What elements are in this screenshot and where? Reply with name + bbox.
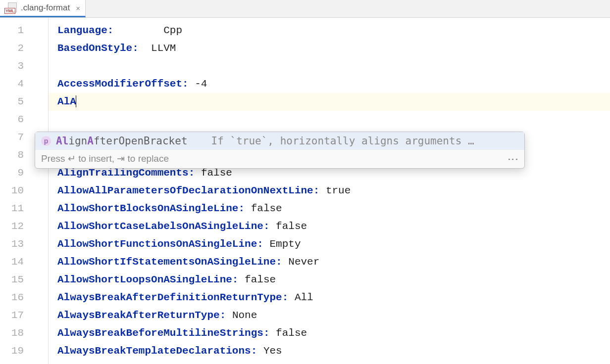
hint-text: to insert, <box>76 153 117 164</box>
code-editor[interactable]: 1 2 3 4 5 6 7 8 9 10 11 12 13 14 15 16 1… <box>0 18 610 364</box>
yaml-file-icon: YML <box>5 2 17 13</box>
autocomplete-item-doc: If `true`, horizontally aligns arguments… <box>211 135 518 147</box>
autocomplete-item[interactable]: p AlignAfterOpenBracket If `true`, horiz… <box>35 132 524 150</box>
line-number: 10 <box>0 182 24 200</box>
fold-margin <box>34 18 49 364</box>
line-number: 18 <box>0 324 24 342</box>
line-number: 19 <box>0 342 24 360</box>
tab-filename: .clang-format <box>21 3 70 13</box>
line-number: 13 <box>0 235 24 253</box>
code-line[interactable]: AccessModifierOffset: -4 <box>57 75 610 93</box>
autocomplete-item-name: AlignAfterOpenBracket <box>56 135 188 147</box>
line-number: 5 <box>0 93 24 111</box>
code-line[interactable] <box>57 111 610 129</box>
text-caret <box>76 95 76 107</box>
autocomplete-popup: p AlignAfterOpenBracket If `true`, horiz… <box>35 132 525 169</box>
line-number: 2 <box>0 40 24 57</box>
hint-text: Press <box>41 153 68 164</box>
autocomplete-hint: Press ↵ to insert, ⇥ to replace ⋮ <box>35 150 524 168</box>
code-line[interactable] <box>57 57 610 75</box>
line-number: 8 <box>0 146 24 164</box>
line-number: 11 <box>0 200 24 218</box>
line-number: 1 <box>0 22 24 40</box>
hint-text: to replace <box>125 153 169 164</box>
code-line[interactable]: AllowAllParametersOfDeclarationOnNextLin… <box>57 182 610 200</box>
line-number: 15 <box>0 271 24 289</box>
code-line[interactable]: AlwaysBreakAfterReturnType: None <box>57 307 610 324</box>
tab-bar: YML .clang-format × <box>0 0 610 18</box>
line-number: 6 <box>0 111 24 129</box>
code-line[interactable]: AllowShortLoopsOnASingleLine: false <box>57 271 610 289</box>
code-line[interactable]: AllowShortCaseLabelsOnASingleLine: false <box>57 218 610 235</box>
tab-key-icon: ⇥ <box>117 153 125 164</box>
line-number: 3 <box>0 57 24 75</box>
code-line[interactable]: AlwaysBreakTemplateDeclarations: Yes <box>57 342 610 360</box>
line-number: 16 <box>0 289 24 307</box>
close-icon[interactable]: × <box>76 4 80 12</box>
editor-tab[interactable]: YML .clang-format × <box>0 0 86 17</box>
code-line[interactable]: AlwaysBreakAfterDefinitionReturnType: Al… <box>57 289 610 307</box>
line-number: 12 <box>0 218 24 235</box>
code-line[interactable]: AllowShortIfStatementsOnASingleLine: Nev… <box>57 253 610 271</box>
property-icon: p <box>41 136 51 146</box>
code-area[interactable]: Language: Cpp BasedOnStyle: LLVM AccessM… <box>49 18 610 364</box>
code-line[interactable]: AlwaysBreakBeforeMultilineStrings: false <box>57 324 610 342</box>
code-line[interactable]: AllowShortBlocksOnASingleLine: false <box>57 200 610 218</box>
line-number: 7 <box>0 129 24 146</box>
enter-key-icon: ↵ <box>68 153 76 164</box>
line-number: 14 <box>0 253 24 271</box>
line-number: 4 <box>0 75 24 93</box>
line-number: 17 <box>0 307 24 324</box>
more-options-icon[interactable]: ⋮ <box>508 154 518 164</box>
code-line-active[interactable]: AlA <box>49 93 610 111</box>
code-line[interactable]: BasedOnStyle: LLVM <box>57 40 610 57</box>
line-number: 9 <box>0 164 24 182</box>
line-number-gutter: 1 2 3 4 5 6 7 8 9 10 11 12 13 14 15 16 1… <box>0 18 34 364</box>
code-line[interactable]: AllowShortFunctionsOnASingleLine: Empty <box>57 235 610 253</box>
code-line[interactable]: Language: Cpp <box>57 22 610 40</box>
